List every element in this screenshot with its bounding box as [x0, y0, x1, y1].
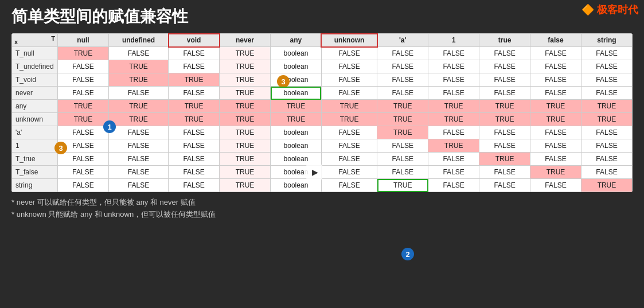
cell-T_undefined-10: FALSE: [581, 60, 632, 73]
col-string: string: [581, 34, 632, 47]
col-a: 'a': [377, 34, 428, 47]
cell-unknown-5: TRUE: [321, 113, 377, 126]
table-row: T_nullTRUEFALSEFALSETRUEbooleanFALSEFALS…: [12, 47, 633, 60]
cell-unknown-0: TRUE: [58, 113, 109, 126]
cell-T_undefined-2: FALSE: [169, 60, 220, 73]
row-header-T_false: T_false: [12, 166, 58, 179]
cell-T_null-8: FALSE: [479, 47, 530, 60]
cell-never-6: FALSE: [377, 87, 428, 100]
col-never: never: [220, 34, 271, 47]
cell-unknown-6: TRUE: [377, 113, 428, 126]
row-header-'a': 'a': [12, 126, 58, 139]
cell-unknown-2: TRUE: [169, 113, 220, 126]
cell-any-3: TRUE: [220, 100, 271, 113]
cell-'a'-2: FALSE: [169, 126, 220, 139]
cell-T_true-1: FALSE: [108, 153, 168, 166]
badge-3a: 3: [54, 142, 67, 154]
badge-1: 1: [103, 120, 116, 133]
note-2: * unknown 只能赋给 any 和 unknown，但可以被任何类型赋值: [11, 209, 633, 221]
cell-T_false-0: FALSE: [58, 166, 109, 179]
cell-any-2: TRUE: [169, 100, 220, 113]
col-false: false: [530, 34, 581, 47]
cell-never-7: FALSE: [428, 87, 479, 100]
cell-unknown-3: TRUE: [220, 113, 271, 126]
cell-T_false-6: FALSE: [377, 166, 428, 179]
row-header-1: 1: [12, 139, 58, 153]
cell-1-4: boolean: [271, 139, 322, 153]
cell-T_void-0: FALSE: [58, 73, 109, 87]
cell-T_null-3: TRUE: [220, 47, 271, 60]
cell-'a'-1: FALSE: [108, 126, 168, 139]
cell-T_false-7: FALSE: [428, 166, 479, 179]
cell-never-9: FALSE: [530, 87, 581, 100]
cell-T_void-5: FALSE: [321, 73, 377, 87]
cell-any-7: TRUE: [428, 100, 479, 113]
cell-string-5: FALSE: [321, 179, 377, 192]
table-row: T_voidFALSETRUETRUETRUEbooleanFALSEFALSE…: [12, 73, 633, 87]
cell-T_null-6: FALSE: [377, 47, 428, 60]
cell-'a'-6: TRUE: [377, 126, 428, 139]
note-1: * never 可以赋给任何类型，但只能被 any 和 never 赋值: [11, 197, 633, 209]
cell-never-2: FALSE: [169, 87, 220, 100]
table-row: neverFALSEFALSEFALSETRUEbooleanFALSEFALS…: [12, 87, 633, 100]
cell-any-9: TRUE: [530, 100, 581, 113]
table-row: T_undefinedFALSETRUEFALSETRUEbooleanFALS…: [12, 60, 633, 73]
cell-T_undefined-8: FALSE: [479, 60, 530, 73]
cell-T_void-8: FALSE: [479, 73, 530, 87]
row-header-never: never: [12, 87, 58, 100]
cell-T_undefined-5: FALSE: [321, 60, 377, 73]
x-label: x: [14, 38, 18, 45]
play-button[interactable]: [304, 162, 325, 182]
cell-unknown-1: TRUE: [108, 113, 168, 126]
cell-T_undefined-9: FALSE: [530, 60, 581, 73]
row-header-unknown: unknown: [12, 113, 58, 126]
cell-T_undefined-6: FALSE: [377, 60, 428, 73]
cell-1-8: FALSE: [479, 139, 530, 153]
cell-T_undefined-4: boolean: [271, 60, 322, 73]
col-any: any: [271, 34, 322, 47]
cell-any-8: TRUE: [479, 100, 530, 113]
cell-1-6: FALSE: [377, 139, 428, 153]
table-header-row: T x null undefined void never any unknow…: [12, 34, 633, 47]
cell-T_null-5: FALSE: [321, 47, 377, 60]
cell-string-6: TRUE: [377, 179, 428, 192]
cell-'a'-7: FALSE: [428, 126, 479, 139]
cell-T_null-1: FALSE: [108, 47, 168, 60]
col-void: void: [169, 34, 220, 47]
cell-1-1: FALSE: [108, 139, 168, 153]
row-header-T_undefined: T_undefined: [12, 60, 58, 73]
cell-string-3: TRUE: [220, 179, 271, 192]
table-row: anyTRUETRUETRUETRUETRUETRUETRUETRUETRUET…: [12, 100, 633, 113]
cell-unknown-7: TRUE: [428, 113, 479, 126]
cell-T_true-10: FALSE: [581, 153, 632, 166]
table-row: T_trueFALSEFALSEFALSETRUEbooleanFALSEFAL…: [12, 153, 633, 166]
row-header-any: any: [12, 100, 58, 113]
cell-never-1: FALSE: [108, 87, 168, 100]
cell-string-7: FALSE: [428, 179, 479, 192]
cell-1-3: TRUE: [220, 139, 271, 153]
cell-T_false-5: FALSE: [321, 166, 377, 179]
cell-T_void-6: FALSE: [377, 73, 428, 87]
cell-T_false-10: FALSE: [581, 166, 632, 179]
cell-string-8: FALSE: [479, 179, 530, 192]
cell-T_undefined-3: TRUE: [220, 60, 271, 73]
cell-T_undefined-1: TRUE: [108, 60, 168, 73]
cell-T_false-9: TRUE: [530, 166, 581, 179]
cell-any-0: TRUE: [58, 100, 109, 113]
cell-string-9: FALSE: [530, 179, 581, 192]
cell-never-0: FALSE: [58, 87, 109, 100]
cell-never-4: boolean: [271, 87, 322, 100]
cell-T_true-2: FALSE: [169, 153, 220, 166]
cell-any-1: TRUE: [108, 100, 168, 113]
cell-string-2: FALSE: [169, 179, 220, 192]
footer-notes: * never 可以赋给任何类型，但只能被 any 和 never 赋值 * u…: [11, 197, 633, 221]
cell-1-7: TRUE: [428, 139, 479, 153]
cell-unknown-9: TRUE: [530, 113, 581, 126]
col-undefined: undefined: [108, 34, 168, 47]
col-null: null: [58, 34, 109, 47]
cell-T_true-0: FALSE: [58, 153, 109, 166]
main-container: 🔶 极客时代 简单类型间的赋值兼容性 T x null undefined vo…: [0, 0, 644, 308]
cell-T_null-0: TRUE: [58, 47, 109, 60]
cell-T_undefined-0: FALSE: [58, 60, 109, 73]
cell-never-8: FALSE: [479, 87, 530, 100]
